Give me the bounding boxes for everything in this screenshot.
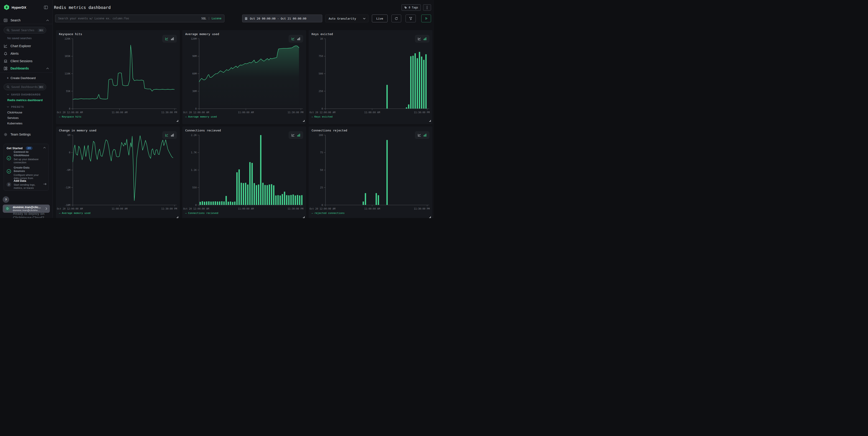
resize-handle[interactable] bbox=[429, 216, 431, 218]
sidebar-item-label: Dashboards bbox=[10, 66, 29, 70]
item-description: Set up your database connection bbox=[14, 157, 40, 164]
sidebar-item-label: Team Settings bbox=[10, 133, 31, 136]
preset-item-clickhouse[interactable]: ClickHouse bbox=[7, 111, 22, 114]
chart-plot: 1K7505002500Oct 20 12:00:00 AM11:00:00 A… bbox=[309, 30, 432, 124]
query-language-toggle: SQL | Lucene bbox=[202, 17, 221, 20]
sidebar-collapse-icon[interactable] bbox=[44, 6, 48, 9]
sidebar-item-label: Alerts bbox=[10, 52, 19, 55]
svg-text:Oct 20 12:00:00 AM: Oct 20 12:00:00 AM bbox=[57, 207, 83, 210]
search-placeholder: Search your events w/ Lucene ex. column:… bbox=[58, 17, 129, 20]
section-label: SAVED DASHBOARDS bbox=[11, 93, 41, 96]
svg-text:60M: 60M bbox=[192, 72, 197, 75]
saved-searches-input[interactable]: Saved Searches ⌘K bbox=[4, 27, 46, 33]
check-circle-icon bbox=[7, 156, 11, 161]
sidebar-item-search[interactable]: Search bbox=[0, 17, 53, 24]
run-query-button[interactable] bbox=[421, 14, 431, 22]
svg-text:Oct 20 12:00:00 AM: Oct 20 12:00:00 AM bbox=[183, 207, 209, 210]
chart-panel-keys-evicted: Keys evicted1K7505002500Oct 20 12:00:00 … bbox=[309, 30, 432, 124]
svg-text:11:30:00 PM: 11:30:00 PM bbox=[161, 111, 177, 114]
sql-toggle[interactable]: SQL bbox=[202, 17, 207, 20]
divider bbox=[0, 72, 53, 73]
chevron-up-icon[interactable] bbox=[43, 147, 46, 148]
svg-text:0: 0 bbox=[69, 107, 70, 110]
calendar-icon bbox=[245, 17, 248, 20]
user-menu[interactable]: D dominic.tran@clic... dominic.tran@clic… bbox=[3, 205, 50, 213]
shortcut-badge: ⌘K bbox=[38, 85, 44, 89]
chevron-down-icon bbox=[7, 106, 9, 108]
chevron-right-icon bbox=[45, 207, 47, 210]
sidebar-item-label: Client Sessions bbox=[10, 59, 33, 63]
section-presets[interactable]: PRESETS bbox=[7, 106, 24, 108]
resize-handle[interactable] bbox=[303, 120, 305, 122]
arrow-right-icon[interactable] bbox=[43, 183, 46, 185]
create-dashboard-button[interactable]: + Create Dashboard bbox=[7, 76, 36, 80]
laptop-icon bbox=[4, 59, 7, 63]
get-started-card: Get Started 2/3 Connect to ClickHouse Se… bbox=[4, 144, 49, 191]
sidebar-item-alerts[interactable]: Alerts bbox=[0, 50, 53, 57]
resize-handle[interactable] bbox=[177, 120, 178, 122]
kebab-menu-icon[interactable] bbox=[423, 4, 431, 11]
svg-text:0: 0 bbox=[195, 107, 197, 110]
event-search-input[interactable]: Search your events w/ Lucene ex. column:… bbox=[55, 14, 224, 22]
svg-text:Oct 20 12:00:00 AM: Oct 20 12:00:00 AM bbox=[310, 207, 336, 210]
get-started-item-add-data[interactable]: Add Data Start sending logs, metrics, or… bbox=[14, 179, 40, 190]
resize-handle[interactable] bbox=[429, 120, 431, 122]
svg-text:11:30:00 PM: 11:30:00 PM bbox=[287, 111, 303, 114]
svg-text:0: 0 bbox=[321, 204, 323, 206]
avatar: D bbox=[5, 206, 10, 212]
section-saved-dashboards[interactable]: SAVED DASHBOARDS bbox=[7, 93, 41, 96]
svg-text:55K: 55K bbox=[66, 90, 70, 92]
chart-legend: —Average memory used bbox=[59, 212, 90, 214]
svg-text:6M: 6M bbox=[67, 134, 70, 137]
sidebar-item-dashboards[interactable]: Dashboards bbox=[0, 65, 53, 72]
sidebar-item-team-settings[interactable]: Team Settings bbox=[0, 131, 53, 138]
chart-legend: —Keys evicted bbox=[312, 115, 333, 118]
lucene-toggle[interactable]: Lucene bbox=[212, 17, 221, 20]
saved-dashboards-input[interactable]: Saved Dashboards ⌘K bbox=[4, 84, 46, 90]
resize-handle[interactable] bbox=[303, 216, 305, 218]
svg-text:0: 0 bbox=[69, 151, 70, 154]
gear-icon bbox=[4, 133, 7, 137]
sidebar-item-label: Chart Explorer bbox=[10, 44, 31, 48]
tags-button-label: 0 Tags bbox=[409, 6, 418, 9]
bell-icon bbox=[4, 52, 7, 56]
svg-text:750: 750 bbox=[319, 55, 323, 57]
help-button[interactable]: ? bbox=[3, 196, 9, 203]
svg-text:11:30:00 PM: 11:30:00 PM bbox=[414, 207, 430, 210]
chart-plot: 120M90M60M30M0Oct 20 12:00:00 AM11:00:00… bbox=[182, 30, 306, 124]
app-name: HyperDX bbox=[11, 5, 26, 9]
shortcut-badge: ⌘K bbox=[38, 28, 44, 32]
svg-text:11:00:00 AM: 11:00:00 AM bbox=[364, 207, 380, 210]
get-started-item-sources[interactable]: Create Data Sources Configure where your… bbox=[14, 166, 40, 180]
saved-dashboard-item-redis[interactable]: Redis metrics dashboard bbox=[7, 98, 42, 102]
chevron-down-icon bbox=[7, 94, 9, 95]
get-started-item-connect[interactable]: Connect to ClickHouse Set up your databa… bbox=[14, 150, 40, 164]
chevron-up-icon bbox=[46, 20, 49, 21]
svg-text:1K: 1K bbox=[320, 37, 323, 40]
svg-text:11:00:00 AM: 11:00:00 AM bbox=[112, 111, 127, 114]
live-button[interactable]: Live bbox=[372, 14, 388, 22]
dashboard-grid-icon bbox=[4, 66, 7, 70]
svg-text:11:30:00 PM: 11:30:00 PM bbox=[161, 207, 177, 210]
sidebar-item-chart-explorer[interactable]: Chart Explorer bbox=[0, 42, 53, 50]
hyperdx-logo-icon bbox=[4, 4, 9, 10]
granularity-value: Auto Granularity bbox=[329, 17, 356, 20]
no-saved-searches-text: No saved searches bbox=[7, 37, 32, 40]
preset-item-kubernetes[interactable]: Kubernetes bbox=[7, 122, 23, 125]
sidebar-item-client-sessions[interactable]: Client Sessions bbox=[0, 58, 53, 64]
chart-panel-change-in-memory: Change in memory used6M0-6M-12M-18MOct 2… bbox=[56, 126, 180, 218]
granularity-dropdown[interactable]: Auto Granularity bbox=[325, 14, 368, 22]
svg-text:11:00:00 AM: 11:00:00 AM bbox=[364, 111, 380, 114]
preset-item-services[interactable]: Services bbox=[7, 116, 19, 120]
resize-handle[interactable] bbox=[177, 216, 178, 218]
chart-panel-avg-memory-used: Average memory used120M90M60M30M0Oct 20 … bbox=[182, 30, 306, 124]
refresh-button[interactable] bbox=[392, 14, 401, 22]
chart-plot: 1007550250Oct 20 12:00:00 AM11:00:00 AM1… bbox=[309, 126, 432, 218]
svg-text:-12M: -12M bbox=[65, 186, 70, 189]
date-range-picker[interactable]: Oct 20 00:00:00 - Oct 21 00:00:00 bbox=[242, 14, 322, 22]
svg-text:11:30:00 PM: 11:30:00 PM bbox=[287, 207, 303, 210]
svg-text:Oct 20 12:00:00 AM: Oct 20 12:00:00 AM bbox=[310, 111, 336, 114]
svg-text:500: 500 bbox=[319, 72, 323, 75]
tags-button[interactable]: 0 Tags bbox=[401, 4, 421, 11]
filter-button[interactable] bbox=[406, 14, 416, 22]
